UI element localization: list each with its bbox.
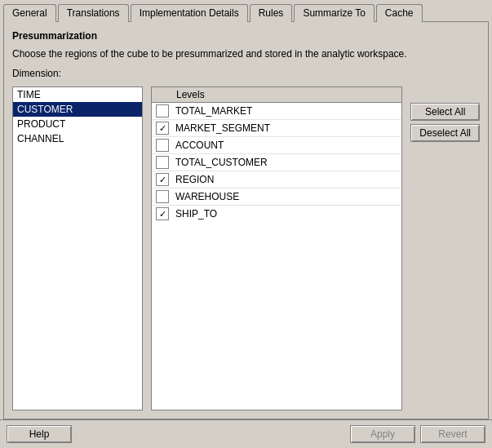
level-checkbox-warehouse[interactable] — [156, 190, 169, 203]
level-name-region: REGION — [175, 174, 214, 185]
tab-rules[interactable]: Rules — [250, 4, 293, 22]
level-row-account: ACCOUNT — [152, 137, 401, 154]
level-row-market_segment: MARKET_SEGMENT — [152, 120, 401, 137]
bottom-bar: Help Apply Revert — [0, 419, 492, 448]
level-checkbox-market_segment[interactable] — [156, 122, 169, 135]
tab-translations[interactable]: Translations — [58, 4, 129, 22]
dimension-item-channel[interactable]: CHANNEL — [13, 131, 142, 146]
level-checkbox-ship_to[interactable] — [156, 207, 169, 220]
tab-cache[interactable]: Cache — [376, 4, 423, 22]
level-name-market_segment: MARKET_SEGMENT — [175, 122, 270, 134]
level-checkbox-account[interactable] — [156, 139, 169, 152]
dimension-item-product[interactable]: PRODUCT — [13, 117, 142, 131]
dimension-item-customer[interactable]: CUSTOMER — [13, 102, 142, 117]
section-description: Choose the regions of the cube to be pre… — [12, 48, 480, 60]
revert-button[interactable]: Revert — [420, 425, 485, 443]
level-row-total_customer: TOTAL_CUSTOMER — [152, 154, 401, 171]
select-all-button[interactable]: Select All — [410, 103, 480, 121]
tab-general[interactable]: General — [3, 4, 56, 22]
main-row: TIMECUSTOMERPRODUCTCHANNEL Levels TOTAL_… — [12, 86, 480, 410]
levels-table: Levels TOTAL_MARKETMARKET_SEGMENTACCOUNT… — [151, 86, 402, 410]
section-title: Presummarization — [12, 30, 480, 42]
level-checkbox-total_market[interactable] — [156, 104, 169, 118]
dimension-list[interactable]: TIMECUSTOMERPRODUCTCHANNEL — [12, 86, 143, 410]
tab-summarize-to[interactable]: Summarize To — [294, 4, 374, 22]
apply-button[interactable]: Apply — [350, 425, 415, 443]
level-name-total_market: TOTAL_MARKET — [175, 105, 252, 117]
level-row-ship_to: SHIP_TO — [152, 206, 401, 222]
levels-list: TOTAL_MARKETMARKET_SEGMENTACCOUNTTOTAL_C… — [152, 103, 401, 222]
dimension-label: Dimension: — [12, 68, 480, 79]
dimension-item-time[interactable]: TIME — [13, 87, 142, 102]
tab-bar: GeneralTranslationsImplementation Detail… — [0, 0, 492, 21]
level-checkbox-total_customer[interactable] — [156, 156, 169, 169]
level-row-total_market: TOTAL_MARKET — [152, 103, 401, 120]
level-checkbox-region[interactable] — [156, 173, 169, 186]
help-button[interactable]: Help — [7, 425, 72, 443]
level-name-warehouse: WAREHOUSE — [175, 191, 239, 202]
content-area: Presummarization Choose the regions of t… — [3, 21, 489, 419]
bottom-right-buttons: Apply Revert — [350, 425, 485, 443]
level-name-total_customer: TOTAL_CUSTOMER — [175, 157, 268, 168]
level-name-account: ACCOUNT — [175, 140, 224, 151]
levels-header: Levels — [152, 87, 401, 103]
level-buttons-col: Select All Deselect All — [410, 86, 480, 410]
level-row-region: REGION — [152, 171, 401, 189]
levels-panel: Levels TOTAL_MARKETMARKET_SEGMENTACCOUNT… — [151, 86, 402, 410]
level-name-ship_to: SHIP_TO — [175, 208, 217, 220]
level-row-warehouse: WAREHOUSE — [152, 189, 401, 206]
deselect-all-button[interactable]: Deselect All — [410, 124, 480, 142]
main-window: GeneralTranslationsImplementation Detail… — [0, 0, 492, 448]
tab-implementation-details[interactable]: Implementation Details — [131, 4, 248, 22]
